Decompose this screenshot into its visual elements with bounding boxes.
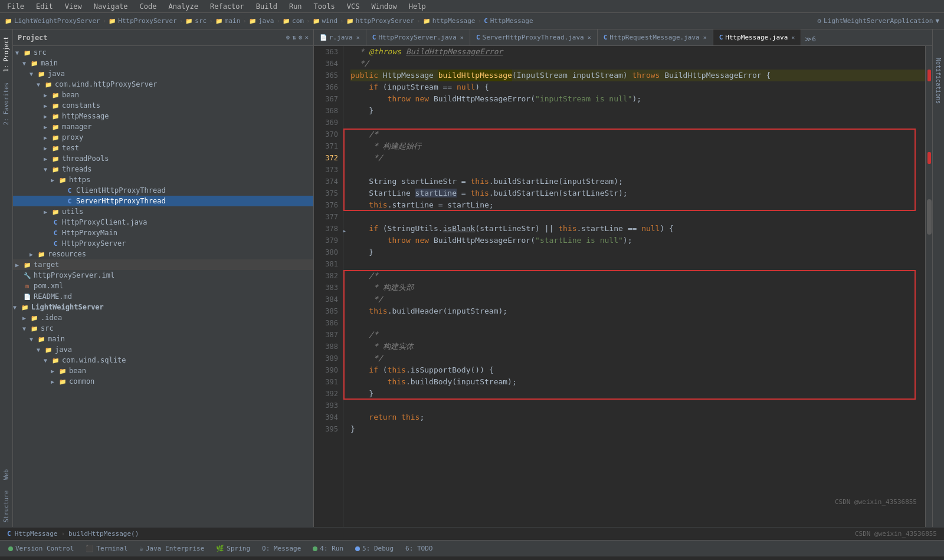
breadcrumb-wind[interactable]: wind <box>322 17 338 25</box>
tab-HttpProxyServer[interactable]: C HttpProxyServer.java ✕ <box>366 29 470 45</box>
breadcrumb-src[interactable]: src <box>195 17 206 25</box>
tab-more[interactable]: ≫6 <box>801 33 820 45</box>
code-line-378: ▶ if (StringUtils.isBlank(startLineStr) … <box>350 223 925 235</box>
breadcrumb-com[interactable]: com <box>292 17 304 25</box>
tab-HttpProxyServer-close[interactable]: ✕ <box>460 34 464 41</box>
code-line-373 <box>350 164 925 176</box>
tree-target[interactable]: 📁 target <box>13 259 313 270</box>
menu-build[interactable]: Build <box>254 1 280 12</box>
breadcrumb-httpProxyServer[interactable]: httpProxyServer <box>356 17 414 25</box>
tree-pom[interactable]: m pom.xml <box>13 281 313 291</box>
tree-common[interactable]: 📁 common <box>13 376 313 387</box>
tab-rjava[interactable]: 📄 r.java ✕ <box>314 29 366 45</box>
code-content[interactable]: * @throws BuildHttpMessageError */ publi… <box>343 46 925 527</box>
tree-main2[interactable]: 📁 main <box>13 334 313 344</box>
tree-src[interactable]: 📁 src <box>13 47 313 58</box>
label-idea: .idea <box>41 314 62 322</box>
tree-idea[interactable]: 📁 .idea <box>13 312 313 323</box>
sidebar-tab-project[interactable]: 1: Project <box>2 32 11 77</box>
menu-file[interactable]: File <box>5 1 27 12</box>
tree-java2[interactable]: 📁 java <box>13 344 313 355</box>
tab-HttpRequestMessage-close[interactable]: ✕ <box>703 34 707 41</box>
tree-threadPools[interactable]: 📁 threadPools <box>13 153 313 164</box>
folder-icon-main: 📁 <box>30 58 39 68</box>
menu-vcs[interactable]: VCS <box>345 1 362 12</box>
taskbar-terminal[interactable]: ⬛ Terminal <box>82 543 131 554</box>
tree-ServerHttpProxyThread[interactable]: C ServerHttpProxyThread <box>13 196 313 206</box>
fold-arrow-378[interactable]: ▶ <box>343 225 346 237</box>
taskbar-todo[interactable]: 6: TODO <box>402 543 436 554</box>
settings-icon[interactable]: ⚙ <box>286 34 290 41</box>
tree-proxy[interactable]: 📁 proxy <box>13 132 313 143</box>
menu-edit[interactable]: Edit <box>34 1 55 12</box>
close-sidebar-icon[interactable]: ✕ <box>304 34 309 41</box>
gear2-icon[interactable]: ⚙ <box>299 34 303 41</box>
tree-test[interactable]: 📁 test <box>13 143 313 153</box>
sidebar-tab-structure[interactable]: Structure <box>2 486 11 527</box>
sync-icon[interactable]: ⇅ <box>292 34 296 41</box>
taskbar-debug[interactable]: 5: Debug <box>352 543 397 554</box>
tree-utils[interactable]: 📁 utils <box>13 206 313 217</box>
breadcrumb-project[interactable]: LightWeightProxyServer <box>14 17 100 25</box>
tree-bean2[interactable]: 📁 bean <box>13 365 313 376</box>
tree-main[interactable]: 📁 main <box>13 58 313 68</box>
tree-https[interactable]: 📁 https <box>13 174 313 185</box>
run-config-label[interactable]: LightWeightServerApplication <box>824 17 933 25</box>
tree-httpMessage[interactable]: 📁 httpMessage <box>13 111 313 121</box>
taskbar-spring[interactable]: 🌿 Spring <box>212 543 254 554</box>
sidebar-tab-favorites[interactable]: 2: Favorites <box>2 78 11 130</box>
bottom-bc-class[interactable]: HttpMessage <box>15 530 58 538</box>
breadcrumb-module[interactable]: HttpProxyServer <box>118 17 176 25</box>
tree-HttpProxyMain[interactable]: C HttpProxyMain <box>13 228 313 238</box>
breadcrumb-java[interactable]: java <box>258 17 274 25</box>
tree-java[interactable]: 📁 java <box>13 68 313 79</box>
menu-code[interactable]: Code <box>137 1 159 12</box>
menu-tools[interactable]: Tools <box>312 1 337 12</box>
tree-src2[interactable]: 📁 src <box>13 323 313 334</box>
scrollbar-thumb[interactable] <box>927 199 932 235</box>
watermark: CSDN @weixin_43536855 <box>835 496 917 508</box>
menu-view[interactable]: View <box>63 1 84 12</box>
taskbar-message[interactable]: 0: Message <box>258 543 304 554</box>
taskbar-version-control[interactable]: Version Control <box>5 543 77 554</box>
tab-rjava-close[interactable]: ✕ <box>356 34 360 41</box>
taskbar-java-enterprise[interactable]: ☕ Java Enterprise <box>136 543 208 554</box>
tab-HttpRequestMessage[interactable]: C HttpRequestMessage.java ✕ <box>598 29 713 45</box>
menu-analyze[interactable]: Analyze <box>166 1 201 12</box>
sidebar-tab-web[interactable]: Web <box>2 465 11 485</box>
menu-run[interactable]: Run <box>287 1 304 12</box>
menu-help[interactable]: Help <box>407 1 428 12</box>
tree-ClientHttpProxyThread[interactable]: C ClientHttpProxyThread <box>13 185 313 196</box>
tree-readme[interactable]: 📄 README.md <box>13 291 313 302</box>
breadcrumb-main[interactable]: main <box>225 17 241 25</box>
tab-HttpMessage-close[interactable]: ✕ <box>791 34 795 41</box>
folder-icon-src: 📁 <box>22 48 32 57</box>
tab-ServerHttpProxyThread-close[interactable]: ✕ <box>588 34 591 41</box>
right-scrollbar[interactable] <box>925 46 932 527</box>
tree-com[interactable]: 📁 com.wind.httpProxyServer <box>13 79 313 90</box>
tree-bean[interactable]: 📁 bean <box>13 90 313 100</box>
code-line-382: /* <box>350 270 925 282</box>
tree-LightWeightServer[interactable]: 📁 LightWeightServer <box>13 302 313 312</box>
tree-HttpProxyClient[interactable]: C HttpProxyClient.java <box>13 217 313 228</box>
tree-constants[interactable]: 📁 constants <box>13 100 313 111</box>
class-icon-hpm: C <box>51 228 60 238</box>
tab-ServerHttpProxyThread[interactable]: C ServerHttpProxyThread.java ✕ <box>470 29 598 45</box>
menu-refactor[interactable]: Refactor <box>208 1 247 12</box>
right-sidebar-tab-notifications[interactable]: Notifications <box>934 53 943 108</box>
menu-navigate[interactable]: Navigate <box>91 1 130 12</box>
folder-icon-httpMessage: 📁 <box>51 111 60 121</box>
tab-HttpMessage[interactable]: C HttpMessage.java ✕ <box>713 29 802 45</box>
tree-threads[interactable]: 📁 threads <box>13 164 313 174</box>
tree-resources[interactable]: 📁 resources <box>13 249 313 259</box>
taskbar-run[interactable]: 4: Run <box>309 543 347 554</box>
bottom-bc-method[interactable]: buildHttpMessage() <box>68 530 139 538</box>
tree-manager[interactable]: 📁 manager <box>13 121 313 132</box>
tree-HttpProxyServer[interactable]: C HttpProxyServer <box>13 238 313 249</box>
menu-window[interactable]: Window <box>369 1 399 12</box>
tree-iml[interactable]: 🔧 httpProxyServer.iml <box>13 270 313 281</box>
breadcrumb-HttpMessage[interactable]: HttpMessage <box>490 17 533 25</box>
tree-com-sqlite[interactable]: 📁 com.wind.sqlite <box>13 355 313 365</box>
chevron-down-icon[interactable]: ▼ <box>935 17 939 25</box>
breadcrumb-httpMessage[interactable]: httpMessage <box>432 17 476 25</box>
